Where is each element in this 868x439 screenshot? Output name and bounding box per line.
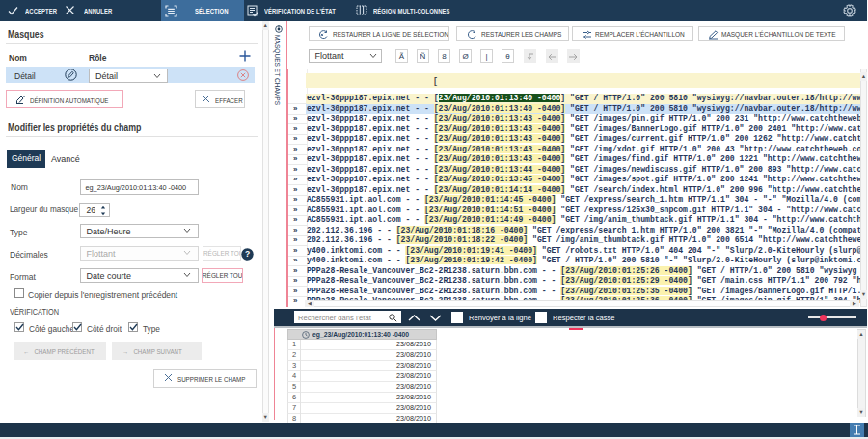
svg-text:?: ? bbox=[245, 249, 250, 259]
